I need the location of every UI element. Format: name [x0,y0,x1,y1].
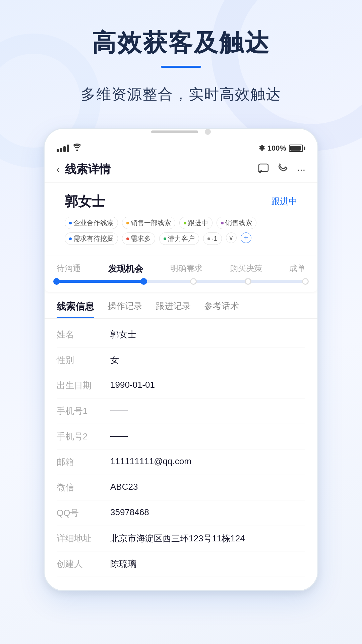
value-name: 郭女士 [110,329,305,340]
battery-tip [304,147,305,150]
tags-row-1: 企业合作线索 销售一部线索 跟进中 销售线索 [65,217,297,229]
info-tab-followup[interactable]: 跟进记录 [156,293,191,318]
tag-label-5: 需求有待挖掘 [73,234,114,243]
hero-title: 高效获客及触达 [92,27,270,59]
signal-bar-3 [63,146,66,152]
hero-subtitle: 多维资源整合，实时高效触达 [81,85,281,104]
label-email: 邮箱 [57,456,110,468]
phone-mockup: ✱ 100% ‹ 线索详情 [44,128,318,591]
signal-bar-1 [57,149,59,152]
label-phone1: 手机号1 [57,405,110,417]
info-row-phone1: 手机号1 —— [57,398,305,424]
tag-label-1: 企业合作线索 [73,218,114,227]
tag-expand-button[interactable]: ∨ [226,232,237,243]
tag-5[interactable]: 需求有待挖掘 [65,232,118,245]
nav-left: ‹ 线索详情 [57,162,111,177]
tag-label-2: 销售一部线索 [131,218,171,227]
tag-3[interactable]: 跟进中 [179,217,213,229]
phone-frame: ✱ 100% ‹ 线索详情 [44,128,318,591]
signal-icon [57,145,69,152]
signal-bar-4 [67,145,69,152]
notch-bar [45,129,317,138]
message-icon[interactable] [258,163,269,176]
tag-6[interactable]: 需求多 [122,232,155,245]
status-bar: ✱ 100% [45,138,317,156]
nav-bar: ‹ 线索详情 ··· [45,156,317,183]
contact-name: 郭女士 [65,192,105,211]
progress-dot-0 [53,278,60,285]
battery-fill [290,146,301,151]
tab-pending[interactable]: 待沟通 [57,263,81,275]
info-tab-clue[interactable]: 线索信息 [57,293,94,318]
tab-needs[interactable]: 明确需求 [170,263,202,275]
nav-actions: ··· [258,163,305,176]
tag-add-button[interactable]: + [241,232,251,243]
label-qq: QQ号 [57,507,110,519]
tab-opportunity[interactable]: 发现机会 [108,263,143,275]
tag-dot-2 [126,222,129,224]
progress-section: 待沟通 发现机会 明确需求 购买决策 成单 [45,256,317,292]
tag-dot-7 [164,237,166,240]
tag-4[interactable]: 销售线索 [217,217,256,229]
info-row-phone2: 手机号2 —— [57,424,305,449]
wifi-icon [72,144,82,153]
tag-dot-6 [126,237,129,240]
notch-circle [205,129,211,135]
tag-dot-8 [207,237,210,240]
value-creator: 陈琉璃 [110,558,305,570]
label-name: 姓名 [57,329,110,340]
info-row-name: 姓名 郭女士 [57,322,305,347]
battery-icon [289,145,305,152]
value-qq: 35978468 [110,507,305,518]
status-right: ✱ 100% [259,144,305,153]
tag-dot-3 [184,222,186,224]
signal-bar-2 [60,148,62,152]
info-tab-script[interactable]: 参考话术 [204,293,239,318]
label-creator: 创建人 [57,558,110,570]
progress-dot-35 [140,278,147,285]
nav-title: 线索详情 [65,162,111,177]
bluetooth-icon: ✱ [259,144,265,153]
battery-percent: 100% [267,144,286,153]
phone-icon[interactable] [278,163,288,176]
back-button[interactable]: ‹ [57,164,60,175]
label-wechat: 微信 [57,482,110,493]
info-row-wechat: 微信 ABC23 [57,475,305,500]
contact-card: 郭女士 跟进中 企业合作线索 销售一部线索 跟进中 [53,183,309,255]
label-gender: 性别 [57,354,110,366]
contact-status: 跟进中 [271,196,297,207]
value-birthday: 1990-01-01 [110,380,305,390]
value-email: 111111111@qq.com [110,456,305,467]
tag-dot-5 [69,237,72,240]
value-phone2: —— [110,431,305,441]
tab-decision[interactable]: 购买决策 [230,263,262,275]
tag-label-7: 潜力客户 [168,234,195,243]
info-row-gender: 性别 女 [57,347,305,373]
tag-8[interactable]: ·1 [203,232,222,245]
label-phone2: 手机号2 [57,431,110,442]
progress-bar-fill [57,280,144,283]
tag-label-3: 跟进中 [188,218,208,227]
tag-7[interactable]: 潜力客户 [159,232,199,245]
value-phone1: —— [110,405,305,416]
tag-2[interactable]: 销售一部线索 [122,217,175,229]
tag-dot-1 [69,222,72,224]
contact-header: 郭女士 跟进中 [65,192,297,211]
more-icon[interactable]: ··· [297,164,305,175]
value-gender: 女 [110,354,305,366]
progress-dot-77 [245,278,251,285]
tags-row-2: 需求有待挖掘 需求多 潜力客户 ·1 ∨ + [65,232,297,245]
progress-tabs: 待沟通 发现机会 明确需求 购买决策 成单 [57,263,305,275]
progress-dot-100 [302,278,309,285]
label-address: 详细地址 [57,533,110,544]
progress-bar-track [57,280,305,283]
info-list: 姓名 郭女士 性别 女 出生日期 1990-01-01 手机号1 —— 手机号2 [45,319,317,590]
tag-1[interactable]: 企业合作线索 [65,217,118,229]
info-tab-ops[interactable]: 操作记录 [108,293,142,318]
label-birthday: 出生日期 [57,380,110,391]
info-row-address: 详细地址 北京市海淀区西三环123号11栋124 [57,526,305,551]
info-tabs: 线索信息 操作记录 跟进记录 参考话术 [45,293,317,319]
tab-closed[interactable]: 成单 [289,263,305,275]
battery-body [289,145,303,152]
tag-label-4: 销售线索 [225,218,252,227]
